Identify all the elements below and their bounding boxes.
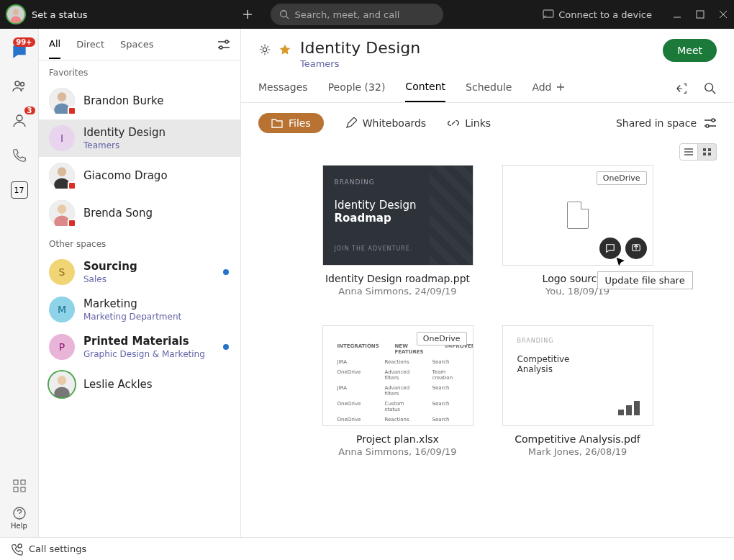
cloud-tag: OneDrive [597, 171, 647, 185]
rail-contacts[interactable]: 3 [9, 111, 30, 131]
svg-rect-8 [14, 480, 18, 484]
space-item-brandon[interactable]: Brandon Burke [39, 82, 240, 119]
minimize-button[interactable] [672, 9, 682, 19]
plus-icon [556, 83, 565, 91]
chat-badge: 99+ [13, 37, 35, 47]
message-action[interactable] [599, 238, 621, 259]
space-item-leslie[interactable]: Leslie Ackles [39, 366, 240, 403]
svg-point-28 [705, 83, 713, 91]
contacts-icon [11, 112, 28, 130]
svg-point-19 [58, 167, 67, 176]
cloud-tag: OneDrive [417, 332, 467, 346]
other-spaces-label: Other spaces [39, 232, 240, 253]
rail-calendar[interactable]: 17 [9, 180, 30, 200]
tab-add[interactable]: Add [532, 81, 564, 101]
content-links[interactable]: Links [448, 117, 491, 129]
space-item-sourcing[interactable]: S SourcingSales [39, 253, 240, 291]
cast-icon [543, 9, 554, 19]
tab-people[interactable]: People (32) [328, 81, 386, 101]
rail-teams[interactable] [9, 76, 30, 96]
filter-button[interactable] [217, 40, 230, 50]
search-input[interactable]: Search, meet, and call [271, 4, 443, 25]
tooltip: Update file share [597, 271, 693, 289]
svg-point-16 [58, 92, 67, 101]
svg-point-27 [263, 48, 266, 51]
svg-point-29 [712, 119, 715, 122]
svg-rect-4 [697, 11, 704, 18]
svg-point-1 [11, 16, 21, 23]
svg-point-2 [280, 11, 286, 17]
tab-all[interactable]: All [49, 30, 60, 59]
apps-icon [12, 479, 27, 493]
file-card[interactable]: BRANDING Identity Design Roadmap JOIN TH… [322, 165, 474, 297]
share-action[interactable] [625, 238, 647, 259]
gear-icon[interactable] [258, 43, 271, 56]
list-icon [684, 148, 694, 156]
space-subtitle: Teamers [300, 58, 420, 69]
space-item-identity-design[interactable]: I Identity DesignTeamers [39, 119, 240, 157]
svg-point-25 [58, 376, 67, 385]
status-text[interactable]: Set a status [32, 9, 88, 20]
close-button[interactable] [718, 9, 728, 19]
filter-icon [217, 40, 230, 50]
chat-icon [605, 243, 615, 253]
svg-point-22 [58, 204, 67, 214]
connect-device[interactable]: Connect to a device [543, 9, 652, 20]
rail-help[interactable]: Help [9, 506, 30, 530]
unread-dot [223, 344, 229, 350]
tab-direct[interactable]: Direct [76, 30, 104, 58]
tab-schedule[interactable]: Schedule [466, 81, 512, 101]
rail-calls[interactable] [9, 145, 30, 166]
space-item-brenda[interactable]: Brenda Song [39, 194, 240, 232]
svg-point-0 [13, 9, 19, 15]
svg-point-14 [219, 46, 222, 49]
favorites-label: Favorites [39, 60, 240, 82]
grid-icon [702, 148, 712, 156]
view-list[interactable] [679, 143, 698, 161]
svg-rect-9 [21, 480, 25, 484]
svg-point-13 [225, 40, 228, 43]
search-icon[interactable] [704, 82, 717, 95]
new-button[interactable] [237, 4, 258, 24]
svg-point-7 [17, 115, 22, 121]
svg-point-5 [15, 81, 19, 86]
view-grid[interactable] [698, 143, 717, 161]
rail-chat[interactable]: 99+ [9, 42, 30, 62]
expand-icon[interactable] [675, 82, 688, 95]
tab-spaces[interactable]: Spaces [120, 30, 153, 58]
unread-dot [223, 269, 229, 275]
folder-icon [271, 118, 283, 128]
pen-icon [345, 117, 357, 129]
plus-icon [241, 8, 254, 21]
svg-point-30 [706, 125, 709, 127]
filter-icon[interactable] [704, 118, 717, 128]
tab-content[interactable]: Content [405, 81, 445, 102]
maximize-button[interactable] [695, 9, 705, 19]
call-settings[interactable]: Call settings [29, 543, 86, 554]
file-card[interactable]: OneDrive INTEGRATIONSNEW FEATURESIMPROVE… [322, 325, 474, 457]
space-item-giacomo[interactable]: Giacomo Drago [39, 157, 240, 194]
content-files[interactable]: Files [258, 113, 324, 133]
space-item-marketing[interactable]: M MarketingMarketing Department [39, 291, 240, 328]
meet-button[interactable]: Meet [663, 39, 717, 62]
share-icon [631, 243, 641, 253]
user-avatar[interactable] [6, 4, 26, 24]
phone-icon [12, 148, 27, 163]
call-settings-icon [10, 543, 23, 556]
bar-chart-icon [618, 401, 640, 415]
rail-apps[interactable] [9, 476, 30, 496]
space-title: Identity Design [300, 39, 420, 57]
svg-rect-33 [703, 153, 706, 155]
tab-messages[interactable]: Messages [258, 81, 308, 101]
teams-icon [11, 78, 28, 95]
star-icon[interactable] [278, 43, 291, 56]
space-item-printed[interactable]: P Printed MaterialsGraphic Design & Mark… [39, 328, 240, 366]
search-icon [279, 9, 289, 19]
svg-rect-10 [14, 487, 18, 492]
file-card[interactable]: OneDrive Update file share Logo source f… [502, 165, 653, 297]
content-whiteboards[interactable]: Whiteboards [345, 117, 426, 129]
svg-rect-34 [708, 153, 711, 155]
shared-in-space[interactable]: Shared in space [616, 117, 697, 129]
file-card[interactable]: BRANDING Competitive Analysis Competitiv… [502, 325, 653, 457]
document-icon [567, 202, 589, 229]
